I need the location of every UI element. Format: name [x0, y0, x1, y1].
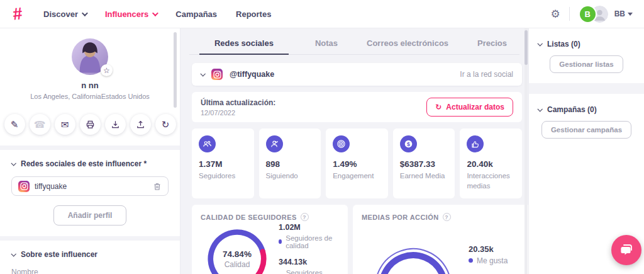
card-title: MEDIAS POR ACCIÓN	[362, 214, 439, 221]
nav-item-campanas[interactable]: Campañas	[175, 9, 217, 19]
last-update-bar: Última actualización: 12/07/2022 ↻ Actua…	[192, 92, 522, 122]
user-avatars[interactable]: B	[579, 5, 608, 23]
manage-lists-button[interactable]: Gestionar listas	[550, 55, 623, 73]
chevron-down-icon	[537, 41, 542, 46]
main-nav: Discover Influencers Campañas Reportes	[43, 9, 271, 19]
help-icon[interactable]: ?	[443, 213, 451, 221]
manage-campaigns-button[interactable]: Gestionar campañas	[541, 121, 631, 139]
nav-item-discover[interactable]: Discover	[43, 9, 86, 19]
instagram-icon	[211, 69, 223, 80]
stat-label: Interacciones medias	[467, 171, 515, 191]
chevron-down-icon	[11, 251, 16, 256]
interactions-hand-icon	[467, 135, 484, 152]
legend-dot	[279, 239, 282, 244]
legend-dot	[469, 258, 473, 263]
chevron-down-icon	[11, 161, 16, 166]
divider	[569, 7, 570, 21]
stat-label: Engagement	[333, 171, 381, 181]
followers-icon	[199, 135, 216, 152]
sidebar-scrollbar[interactable]	[174, 32, 177, 108]
following-icon	[266, 135, 283, 152]
profile-photo-wrap: ☆	[72, 38, 108, 75]
main-content: Redes sociales Notas Correos electrónico…	[180, 28, 528, 274]
card-title: CALIDAD DE SEGUIDORES	[201, 214, 297, 221]
divider	[0, 236, 180, 241]
stat-card-earned-media: $ $6387.33 Earned Media	[393, 128, 455, 198]
media-legend: 20.35k Me gusta 13.19k Visualizaciones 5…	[469, 241, 529, 274]
gear-icon[interactable]: ⚙	[550, 8, 560, 21]
chevron-down-icon[interactable]	[200, 71, 205, 76]
last-update-label: Última actualización:	[201, 98, 275, 107]
stat-label: Seguidores	[199, 171, 247, 181]
refresh-icon: ↻	[435, 103, 441, 111]
about-section-header[interactable]: Sobre este influencer	[0, 241, 180, 259]
first-name-label: Nombre	[0, 268, 180, 274]
campaigns-section-header[interactable]: Campañas (0)	[538, 105, 635, 114]
stat-label: Earned Media	[400, 171, 448, 181]
phone-button[interactable]: ☎	[30, 114, 50, 135]
email-button[interactable]: ✉	[55, 114, 75, 135]
chat-widget-button[interactable]	[611, 235, 641, 265]
user-menu[interactable]: BB	[614, 9, 633, 18]
legend-item: 344.13k Seguidores dudosos	[279, 258, 339, 274]
edit-button[interactable]: ✎	[4, 114, 25, 135]
lists-section-header[interactable]: Listas (0)	[538, 40, 635, 49]
trash-icon	[153, 182, 162, 191]
delete-handle-button[interactable]	[153, 182, 162, 191]
charts-grid: CALIDAD DE SEGUIDORES ? 74.84% Calidad	[192, 205, 522, 274]
tab-redes-sociales[interactable]: Redes sociales	[199, 33, 289, 54]
profile-actions: ✎ ☎ ✉ ↻	[0, 114, 180, 135]
last-update-date: 12/07/2022	[201, 109, 275, 117]
tab-notas[interactable]: Notas	[313, 33, 340, 54]
legend-item: 20.35k Me gusta	[469, 244, 529, 265]
chevron-down-icon	[152, 10, 158, 16]
stat-value: 898	[266, 159, 314, 169]
upload-icon	[136, 120, 145, 129]
add-profile-button[interactable]: Añadir perfil	[53, 205, 127, 225]
help-icon[interactable]: ?	[301, 213, 309, 221]
tab-correos[interactable]: Correos electrónicos	[364, 33, 451, 54]
download-button[interactable]	[105, 114, 126, 135]
content-tabs: Redes sociales Notas Correos electrónico…	[189, 33, 519, 55]
social-handle-input[interactable]: tiffyquake	[11, 176, 169, 196]
share-button[interactable]	[130, 114, 151, 135]
nav-item-influencers[interactable]: Influencers	[105, 9, 157, 19]
stats-row: 1.37M Seguidores 898 Siguiendo 1.49% Eng…	[192, 128, 522, 198]
legend-item: 1.02M Seguidores de calidad	[279, 223, 339, 249]
brand-logo[interactable]: #	[11, 4, 23, 24]
instagram-icon	[18, 181, 30, 192]
print-button[interactable]	[80, 114, 101, 135]
social-networks-section-header[interactable]: Redes sociales de este influencer *	[0, 150, 180, 168]
influencer-name: n nn	[0, 81, 180, 90]
media-per-action-card: MEDIAS POR ACCIÓN ? 20353.92 Me gusta	[353, 205, 538, 274]
update-data-button[interactable]: ↻ Actualizar datos	[426, 98, 513, 117]
go-to-network-link[interactable]: Ir a la red social	[460, 70, 513, 79]
printer-icon	[86, 120, 95, 129]
divider	[529, 83, 644, 94]
stat-card-interacciones: 20.40k Interacciones medias	[460, 128, 522, 198]
nav-item-reportes[interactable]: Reportes	[236, 9, 271, 19]
stat-value: 20.40k	[467, 159, 515, 169]
dollar-icon: $	[400, 135, 417, 152]
quality-legend: 1.02M Seguidores de calidad 344.13k Segu…	[279, 221, 339, 274]
account-handle: @tiffyquake	[230, 70, 453, 79]
tab-precios[interactable]: Precios	[475, 33, 509, 54]
refresh-button[interactable]: ↻	[155, 114, 176, 135]
stat-card-engagement: 1.49% Engagement	[326, 128, 388, 198]
svg-text:$: $	[407, 141, 410, 147]
download-icon	[111, 120, 120, 129]
stat-card-seguidores: 1.37M Seguidores	[192, 128, 254, 198]
divider	[0, 146, 180, 150]
gauge-center-value: 74.84%	[223, 249, 252, 259]
influencer-location: Los Angeles, CaliforniaEstados Unidos	[0, 93, 180, 100]
avatar[interactable]: B	[579, 5, 597, 23]
navbar-right: ⚙ B BB	[550, 5, 633, 23]
stat-value: 1.37M	[199, 159, 247, 169]
stat-value: $6387.33	[400, 159, 448, 169]
main-scrollbar-thumb[interactable]	[525, 30, 528, 65]
influencer-panel: ☆ n nn Los Angeles, CaliforniaEstados Un…	[0, 28, 180, 274]
favorite-star-icon[interactable]: ☆	[101, 64, 113, 76]
stat-label: Siguiendo	[266, 171, 314, 181]
stat-card-siguiendo: 898 Siguiendo	[259, 128, 321, 198]
chevron-down-icon	[537, 106, 542, 111]
